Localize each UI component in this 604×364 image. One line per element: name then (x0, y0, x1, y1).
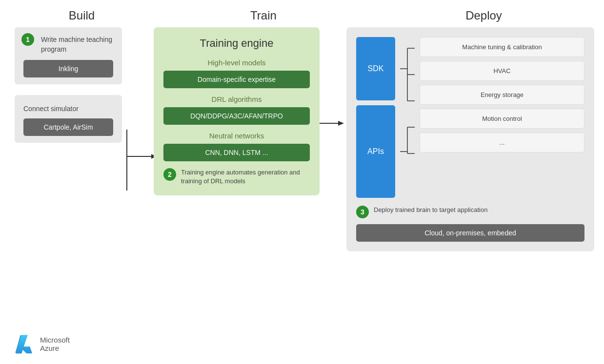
training-engine-title: Training engine (163, 37, 310, 50)
drl-algorithms-group: DRL algorithms DQN/DDPG/A3C/AFAN/TRPO (163, 95, 310, 125)
build-to-train-arrow (127, 22, 154, 220)
train-title: Train (250, 9, 277, 22)
build-title: Build (69, 9, 95, 22)
build-column: 1 Write machine teaching program Inkling… (10, 22, 127, 143)
app-box-1: HVAC (420, 61, 584, 81)
deploy-title: Deploy (465, 9, 502, 22)
sdk-block: SDK (356, 37, 395, 100)
drl-algorithms-label: DRL algorithms (163, 95, 310, 103)
step3-text: Deploy trained brain to target applicati… (374, 206, 487, 214)
azure-text: Microsoft Azure (40, 336, 70, 352)
neutral-networks-group: Neutral networks CNN, DNN, LSTM ... (163, 132, 310, 161)
step2-badge: 2 (163, 168, 176, 181)
step1-title: Write machine teaching program (41, 35, 113, 54)
write-program-card: 1 Write machine teaching program Inkling (15, 27, 122, 84)
azure-logo: Microsoft Azure (15, 334, 70, 354)
app-box-0: Machine tuning & calibration (420, 37, 584, 57)
train-column: Training engine High-level models Domain… (154, 22, 320, 195)
deploy-footer: 3 Deploy trained brain to target applica… (356, 206, 584, 218)
deploy-column: SDK APIs (346, 22, 594, 251)
step2-text: Training engine automates generation and… (181, 168, 310, 186)
app-box-3: Motion control (420, 109, 584, 129)
cnn-pill: CNN, DNN, LSTM ... (163, 144, 310, 161)
cloud-pill: Cloud, on-premises, embeded (356, 224, 584, 242)
inkling-pill: Inkling (23, 60, 113, 77)
sdk-apis-column: SDK APIs (356, 37, 395, 198)
step1-badge: 1 (21, 33, 34, 46)
app-box-4: ... (420, 133, 584, 153)
app-boxes-column: Machine tuning & calibration HVAC Energy… (420, 37, 584, 198)
high-level-models-label: High-level models (163, 58, 310, 67)
step2-title: Connect simulator (23, 105, 113, 113)
train-footer: 2 Training engine automates generation a… (163, 168, 310, 186)
neutral-networks-label: Neutral networks (163, 132, 310, 140)
drl-pill: DQN/DDPG/A3C/AFAN/TRPO (163, 107, 310, 125)
deploy-inner: SDK APIs (356, 37, 584, 198)
training-engine-box: Training engine High-level models Domain… (154, 27, 320, 195)
svg-marker-4 (338, 121, 344, 126)
connect-simulator-card: Connect simulator Cartpole, AirSim (15, 95, 122, 143)
train-to-deploy-arrow (320, 22, 346, 132)
deploy-bg: SDK APIs (346, 27, 594, 251)
simulator-pill: Cartpole, AirSim (23, 118, 113, 136)
high-level-models-group: High-level models Domain-specific expert… (163, 58, 310, 88)
domain-expertise-pill: Domain-specific expertise (163, 71, 310, 88)
step3-badge: 3 (356, 206, 369, 218)
app-box-2: Energy storage (420, 85, 584, 105)
apis-block: APIs (356, 105, 395, 198)
